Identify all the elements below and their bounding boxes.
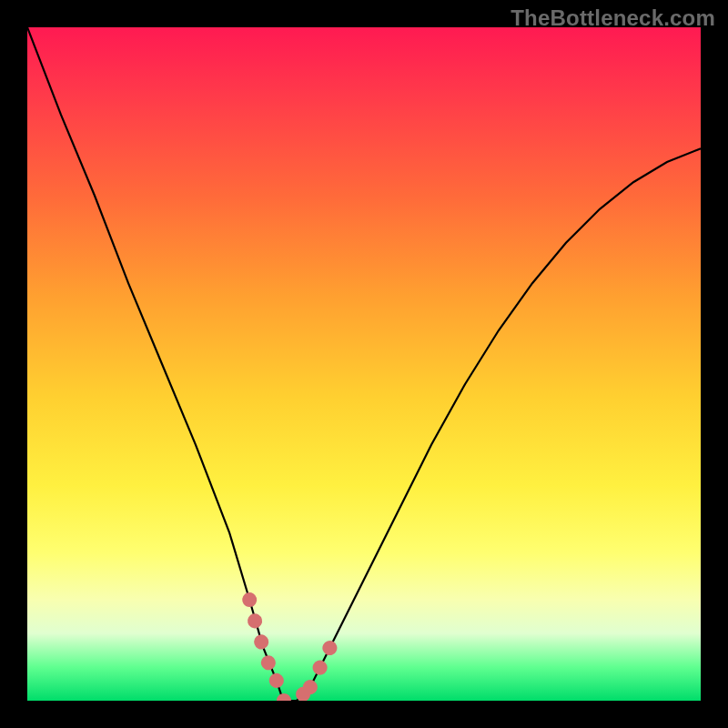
curve-layer [27, 27, 701, 701]
chart-frame: TheBottleneck.com [0, 0, 728, 728]
watermark-text: TheBottleneck.com [511, 5, 715, 31]
bottleneck-curve [27, 27, 701, 701]
right-ascent-marker [310, 647, 330, 687]
plot-area [27, 27, 701, 701]
